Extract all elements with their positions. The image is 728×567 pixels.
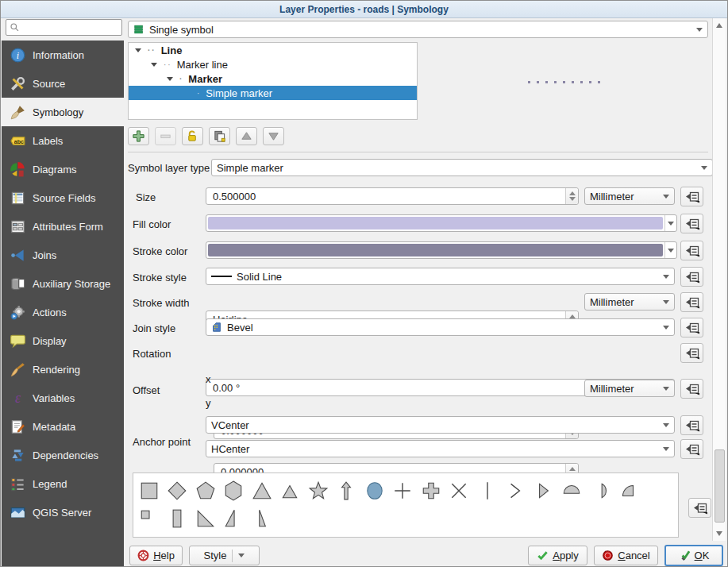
size-spinbox[interactable] xyxy=(206,187,579,205)
shape-pentagon[interactable] xyxy=(191,476,220,504)
data-defined-override-button[interactable] xyxy=(680,241,703,260)
sidebar-item-labels[interactable]: abc Labels xyxy=(2,126,124,155)
move-down-button[interactable] xyxy=(263,127,284,145)
search-input[interactable] xyxy=(20,21,118,34)
shape-cross-fill[interactable] xyxy=(417,476,445,504)
auxiliary-storage-icon xyxy=(10,276,25,291)
data-defined-override-button[interactable] xyxy=(680,292,703,312)
sidebar-item-variables[interactable]: ε Variables xyxy=(2,384,124,412)
data-defined-override-icon xyxy=(684,216,700,232)
sidebar-item-source[interactable]: Source xyxy=(2,69,124,98)
join-style-combobox[interactable]: Bevel xyxy=(206,318,675,336)
sidebar-item-qgis-server[interactable]: QGIS Server xyxy=(2,498,124,526)
offset-unit-combobox[interactable]: Millimeter xyxy=(584,380,675,397)
fill-color-button[interactable] xyxy=(206,214,677,232)
shape-circle[interactable] xyxy=(360,476,389,504)
shape-quarter-circle[interactable] xyxy=(614,476,643,504)
shape-right-half-triangle[interactable] xyxy=(220,504,248,532)
sidebar-item-label: Diagrams xyxy=(33,164,77,176)
remove-symbol-layer-button[interactable] xyxy=(155,127,176,145)
shape-left-half-triangle[interactable] xyxy=(248,504,276,532)
data-defined-override-button[interactable] xyxy=(680,214,703,233)
vertical-scrollbar[interactable] xyxy=(712,18,726,541)
tree-item-simple-marker[interactable]: · Simple marker xyxy=(129,86,417,100)
stroke-color-button[interactable] xyxy=(206,241,677,259)
anchor-vcenter-combobox[interactable]: VCenter xyxy=(206,416,675,434)
expander-icon[interactable] xyxy=(151,63,157,67)
shape-filled-arrowhead[interactable] xyxy=(530,476,558,504)
shape-hexagon[interactable] xyxy=(220,476,248,504)
data-defined-override-button[interactable] xyxy=(680,439,703,459)
tree-item-line[interactable]: ·· Line xyxy=(129,43,417,57)
apply-button[interactable]: Apply xyxy=(528,546,587,565)
symbol-layer-type-combobox[interactable]: Simple marker xyxy=(211,159,713,176)
shape-star[interactable] xyxy=(304,476,333,504)
data-defined-override-button[interactable] xyxy=(680,343,703,363)
expander-icon[interactable] xyxy=(135,48,141,52)
data-defined-override-button[interactable] xyxy=(680,267,703,287)
stroke-color-dropdown[interactable] xyxy=(664,242,676,258)
sidebar-item-symbology[interactable]: Symbology xyxy=(2,98,124,126)
scroll-up-icon[interactable] xyxy=(716,23,722,28)
title-bar[interactable]: Layer Properties - roads | Symbology xyxy=(1,1,727,18)
data-defined-override-button[interactable] xyxy=(680,415,703,435)
shape-arrow[interactable] xyxy=(333,476,361,504)
move-up-button[interactable] xyxy=(236,127,257,145)
expander-icon[interactable] xyxy=(167,77,173,81)
dialog-title: Layer Properties - roads | Symbology xyxy=(279,4,449,15)
sidebar-item-actions[interactable]: Actions xyxy=(2,298,124,326)
scroll-down-icon[interactable] xyxy=(716,531,722,536)
stroke-width-unit-combobox[interactable]: Millimeter xyxy=(584,293,675,310)
shape-arrowhead[interactable] xyxy=(502,476,530,504)
shape-cross[interactable] xyxy=(389,476,418,504)
shape-triangle[interactable] xyxy=(248,476,276,504)
symbol-layer-type-value: Simple marker xyxy=(217,162,283,174)
renderer-value: Single symbol xyxy=(149,24,214,36)
shape-semicircle[interactable] xyxy=(558,476,587,504)
sidebar-item-legend[interactable]: Legend xyxy=(2,469,124,498)
shape-diamond[interactable] xyxy=(164,476,192,504)
sidebar-item-auxiliary-storage[interactable]: Auxiliary Storage xyxy=(2,269,124,298)
scrollbar-thumb[interactable] xyxy=(715,449,725,523)
sidebar-item-display[interactable]: Display xyxy=(2,326,124,355)
shape-half-square[interactable] xyxy=(164,504,192,532)
fill-color-dropdown[interactable] xyxy=(664,215,676,231)
sidebar-item-source-fields[interactable]: Source Fields xyxy=(2,183,124,212)
chevron-down-icon xyxy=(668,222,674,226)
sidebar-item-diagrams[interactable]: Diagrams xyxy=(2,155,124,183)
size-input[interactable] xyxy=(211,189,565,203)
shape-equilateral-triangle[interactable] xyxy=(276,476,305,504)
shape-cross2[interactable] xyxy=(445,476,474,504)
tree-item-marker[interactable]: · Marker xyxy=(129,71,417,86)
shape-third-circle[interactable] xyxy=(586,476,614,504)
shape-quarter-square[interactable] xyxy=(135,504,164,532)
data-defined-override-button[interactable] xyxy=(680,187,703,206)
sidebar-item-metadata[interactable]: Metadata xyxy=(2,412,124,441)
sidebar-item-dependencies[interactable]: Dependencies xyxy=(2,441,124,469)
shape-diagonal-half-square[interactable] xyxy=(191,504,220,532)
help-button[interactable]: Help xyxy=(129,546,183,565)
lock-colors-button[interactable] xyxy=(182,127,203,145)
data-defined-override-button[interactable] xyxy=(688,498,711,518)
add-symbol-layer-button[interactable] xyxy=(128,127,149,145)
sidebar-item-joins[interactable]: Joins xyxy=(2,241,124,269)
anchor-hcenter-combobox[interactable]: HCenter xyxy=(206,440,675,457)
shape-square[interactable] xyxy=(135,476,164,504)
cancel-button[interactable]: Cancel xyxy=(594,546,658,565)
size-unit-combobox[interactable]: Millimeter xyxy=(584,187,675,205)
data-defined-override-icon xyxy=(684,381,700,397)
spin-buttons[interactable] xyxy=(565,188,578,204)
sidebar-item-information[interactable]: i Information xyxy=(2,40,124,69)
duplicate-symbol-layer-button[interactable] xyxy=(209,127,230,145)
style-button[interactable]: Style xyxy=(189,546,260,565)
stroke-style-combobox[interactable]: Solid Line xyxy=(206,268,675,285)
ok-button[interactable]: OK xyxy=(664,545,723,566)
tree-item-marker-line[interactable]: ·· Marker line xyxy=(129,57,417,71)
sidebar-item-rendering[interactable]: Rendering xyxy=(2,355,124,384)
shape-line[interactable] xyxy=(473,476,502,504)
sidebar-item-attributes-form[interactable]: Attributes Form xyxy=(2,212,124,241)
renderer-combobox[interactable]: Single symbol xyxy=(128,21,708,38)
data-defined-override-button[interactable] xyxy=(680,379,703,399)
sidebar-search[interactable] xyxy=(6,19,122,36)
data-defined-override-button[interactable] xyxy=(680,318,703,338)
